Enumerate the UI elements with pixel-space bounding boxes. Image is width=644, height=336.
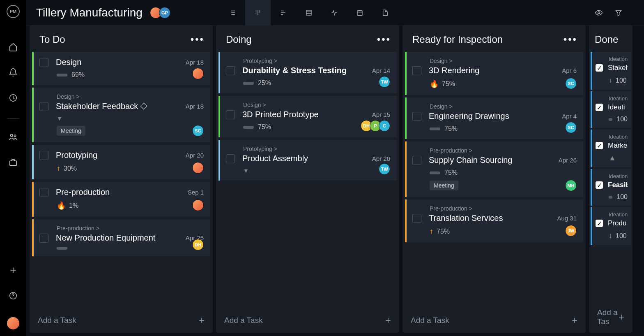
task-card[interactable]: Design >3D RenderingApr 6🔥75%SC <box>405 52 583 95</box>
card-title: Marke <box>608 141 628 150</box>
sidebar: PM <box>0 0 26 336</box>
clock-icon[interactable] <box>5 90 21 106</box>
card-title: Translation Services <box>429 213 557 223</box>
checkbox[interactable] <box>412 156 421 165</box>
checkbox[interactable]: ✓ <box>596 220 603 227</box>
plus-icon: + <box>619 311 624 323</box>
progress-percent: 100 <box>616 77 627 84</box>
card-title: Durability & Stress Testing <box>242 66 372 75</box>
task-card[interactable]: Pre-productionSep 1🔥1% <box>32 182 210 217</box>
assignee-avatar[interactable]: JW <box>565 225 577 236</box>
add-task-button[interactable]: Add a Task+ <box>30 308 213 333</box>
card-date: Apr 18 <box>186 59 204 66</box>
task-card[interactable]: Ideation✓Marke▲ <box>591 130 631 167</box>
checkbox[interactable]: ✓ <box>596 142 603 149</box>
header-avatars[interactable]: GP <box>152 7 170 19</box>
plus-icon[interactable] <box>5 262 21 278</box>
checkbox[interactable]: ✓ <box>596 64 603 72</box>
assignee-avatar[interactable]: TW <box>379 163 390 175</box>
help-icon[interactable] <box>5 287 21 304</box>
people-icon[interactable] <box>5 129 21 145</box>
task-card[interactable]: Design >Engineering DrawingsApr 475%SC <box>405 97 583 139</box>
checkbox[interactable] <box>39 58 48 67</box>
checkbox[interactable] <box>412 112 421 121</box>
assignee-avatar[interactable]: SC <box>565 78 577 89</box>
card-title: Engineering Drawings <box>429 111 562 121</box>
progress-bar <box>243 126 254 129</box>
task-card[interactable]: Pre-production >Translation ServicesAug … <box>405 199 583 242</box>
avatar[interactable]: GP <box>159 7 170 19</box>
card-breadcrumb: Pre-production > <box>430 147 577 154</box>
task-card[interactable]: Design >Stakeholder FeedbackApr 18▼Meeti… <box>32 88 210 142</box>
priority-down-icon: ↓ <box>609 76 612 85</box>
checkbox[interactable]: ✓ <box>596 104 603 111</box>
assignee-avatar[interactable] <box>192 162 204 174</box>
assignee-avatar[interactable]: C <box>379 120 390 132</box>
list-view-icon[interactable] <box>220 0 245 25</box>
user-avatar[interactable] <box>7 317 19 329</box>
assignee-avatar[interactable]: SC <box>565 122 577 133</box>
checkbox[interactable] <box>226 66 235 75</box>
eye-icon[interactable] <box>595 9 603 17</box>
add-task-button[interactable]: Add a Task+ <box>216 308 399 333</box>
card-title: Product Assembly <box>242 154 372 163</box>
task-card[interactable]: Ideation✓Feasib100 <box>591 169 631 206</box>
checkbox[interactable] <box>39 102 48 111</box>
task-card[interactable]: Prototyping >Durability & Stress Testing… <box>218 52 397 93</box>
progress-bar <box>430 171 440 174</box>
kanban-column: Doing•••Prototyping >Durability & Stress… <box>216 25 399 333</box>
column-menu-icon[interactable]: ••• <box>191 37 205 42</box>
checkbox[interactable] <box>226 110 235 119</box>
home-icon[interactable] <box>5 39 21 55</box>
checkbox[interactable] <box>226 154 235 163</box>
checkbox[interactable] <box>39 234 48 243</box>
task-card[interactable]: Design >3D Printed PrototypeApr 1575%DHP… <box>218 96 397 137</box>
app-logo[interactable]: PM <box>7 5 20 18</box>
card-breadcrumb: Design > <box>430 58 577 64</box>
progress-bar <box>430 127 440 130</box>
assignee-avatar[interactable]: SC <box>192 125 204 137</box>
briefcase-icon[interactable] <box>5 154 21 171</box>
task-card[interactable]: DesignApr 1869% <box>32 52 210 85</box>
board-view-icon[interactable] <box>245 0 271 25</box>
file-view-icon[interactable] <box>373 0 398 25</box>
checkbox[interactable]: ✓ <box>596 181 603 189</box>
task-card[interactable]: Prototyping >Product AssemblyApr 20▼TW <box>218 140 397 181</box>
column-menu-icon[interactable]: ••• <box>377 37 391 42</box>
task-card[interactable]: Ideation✓Stakeh↓100 <box>591 52 631 90</box>
assignee-avatar[interactable] <box>192 199 204 211</box>
bell-icon[interactable] <box>5 64 21 81</box>
priority-fire-icon: 🔥 <box>430 79 439 88</box>
checkbox[interactable] <box>412 214 421 223</box>
assignee-avatar[interactable]: DH <box>192 239 204 250</box>
assignee-avatar[interactable]: MH <box>565 180 577 191</box>
checkbox[interactable] <box>412 66 421 75</box>
add-task-button[interactable]: Add a Tas+ <box>589 301 632 333</box>
task-card[interactable]: Pre-production >New Production Equipment… <box>32 219 210 256</box>
task-card[interactable]: Pre-production >Supply Chain SourcingApr… <box>405 141 583 197</box>
card-breadcrumb: Prototyping > <box>243 146 390 152</box>
card-breadcrumb: Ideation <box>609 211 628 218</box>
calendar-view-icon[interactable] <box>347 0 373 25</box>
gantt-view-icon[interactable] <box>271 0 296 25</box>
progress-percent: 75% <box>258 123 271 131</box>
card-date: Apr 20 <box>372 155 390 162</box>
activity-view-icon[interactable] <box>322 0 347 25</box>
task-card[interactable]: PrototypingApr 20↑30% <box>32 145 210 179</box>
progress-bar <box>57 74 67 76</box>
card-title: Supply Chain Sourcing <box>429 155 559 165</box>
checkbox[interactable] <box>39 151 48 160</box>
column-menu-icon[interactable]: ••• <box>564 37 577 42</box>
add-task-button[interactable]: Add a Task+ <box>402 308 586 333</box>
task-card[interactable]: Ideation✓Ideati100 <box>591 91 631 128</box>
plus-icon: + <box>572 315 577 326</box>
plus-icon: + <box>385 315 391 326</box>
kanban-column: To Do•••DesignApr 1869%Design >Stakehold… <box>30 25 213 333</box>
assignee-avatar[interactable]: TW <box>379 76 390 88</box>
assignee-avatar[interactable] <box>192 68 204 79</box>
sheet-view-icon[interactable] <box>296 0 322 25</box>
filter-icon[interactable] <box>614 9 623 17</box>
header: Tillery Manufacturing GP <box>26 0 644 25</box>
checkbox[interactable] <box>39 188 48 197</box>
task-card[interactable]: Ideation✓Produ↓100 <box>591 207 631 245</box>
